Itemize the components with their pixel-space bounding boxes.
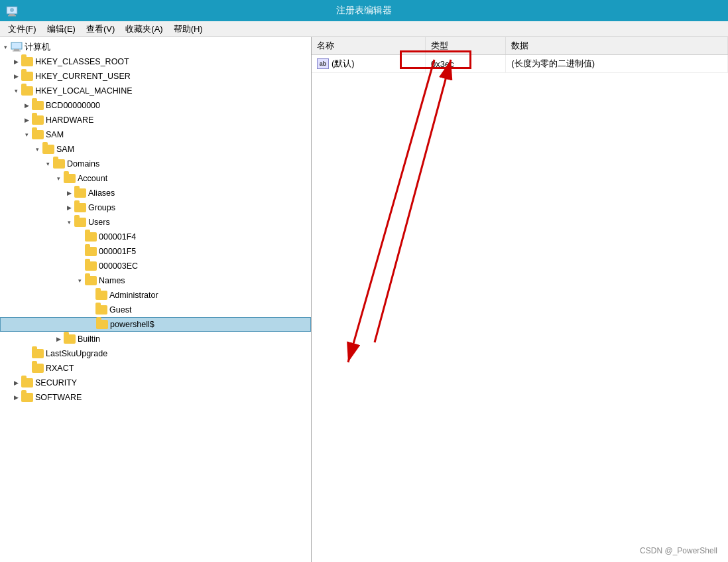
menu-file[interactable]: 文件(F) — [3, 22, 42, 36]
folder-icon-lastsku — [32, 349, 44, 358]
tree-label-domains: Domains — [67, 159, 99, 169]
expander-aliases[interactable]: ▶ — [64, 186, 74, 200]
cell-name: ab (默认) — [312, 55, 426, 73]
tree-item-names[interactable]: ▾ Names — [0, 273, 311, 288]
tree-item-sam2[interactable]: ▾ SAM — [0, 142, 311, 157]
expander-domains[interactable]: ▾ — [42, 157, 53, 171]
tree-item-domains[interactable]: ▾ Domains — [0, 157, 311, 171]
details-table: 名称 类型 数据 ab (默认) 0x3ec (长度为零的二进制值) — [312, 37, 728, 73]
tree-item-administrator[interactable]: ▶ Administrator — [0, 288, 311, 303]
title-bar-icon — [5, 4, 19, 17]
tree-label-hkcu: HKEY_CURRENT_USER — [35, 72, 131, 81]
expander-sam[interactable]: ▾ — [21, 127, 32, 142]
tree-item-user3[interactable]: ▶ 000003EC — [0, 259, 311, 273]
folder-icon-bcd — [32, 101, 44, 110]
computer-icon — [11, 42, 23, 52]
tree-label-account: Account — [78, 174, 107, 183]
expander-software[interactable]: ▶ — [11, 390, 21, 405]
folder-icon-hkcu — [21, 72, 33, 81]
tree-item-users[interactable]: ▾ Users — [0, 215, 311, 230]
tree-label-names: Names — [99, 276, 125, 285]
watermark: CSDN @_PowerShell — [640, 546, 717, 555]
tree-item-hkcu[interactable]: ▶ HKEY_CURRENT_USER — [0, 69, 311, 84]
tree-label-groups: Groups — [88, 203, 115, 212]
tree-item-groups[interactable]: ▶ Groups — [0, 200, 311, 215]
expander-computer[interactable]: ▾ — [0, 40, 11, 54]
tree-label-admin: Administrator — [109, 291, 158, 300]
tree-label-user2: 000001F5 — [99, 247, 136, 256]
tree-item-lastsku[interactable]: ▶ LastSkuUpgrade — [0, 346, 311, 361]
menu-edit[interactable]: 编辑(E) — [42, 22, 81, 36]
menu-bar: 文件(F) 编辑(E) 查看(V) 收藏夹(A) 帮助(H) — [0, 21, 728, 37]
expander-builtin[interactable]: ▶ — [53, 332, 64, 346]
tree-item-hardware[interactable]: ▶ HARDWARE — [0, 113, 311, 127]
menu-favorites[interactable]: 收藏夹(A) — [120, 22, 168, 36]
tree-item-sam[interactable]: ▾ SAM — [0, 127, 311, 142]
table-row[interactable]: ab (默认) 0x3ec (长度为零的二进制值) — [312, 55, 728, 73]
expander-account[interactable]: ▾ — [53, 171, 64, 186]
folder-icon-guest — [95, 305, 107, 315]
tree-item-account[interactable]: ▾ Account — [0, 171, 311, 186]
tree-label-guest: Guest — [109, 305, 131, 315]
folder-icon-domains — [53, 159, 65, 169]
expander-hkcu[interactable]: ▶ — [11, 69, 21, 84]
tree-item-security[interactable]: ▶ SECURITY — [0, 376, 311, 390]
expander-bcd[interactable]: ▶ — [21, 98, 32, 113]
expander-security[interactable]: ▶ — [11, 376, 21, 390]
folder-icon-account — [64, 174, 76, 183]
tree-item-bcd[interactable]: ▶ BCD00000000 — [0, 98, 311, 113]
tree-item-user1[interactable]: ▶ 000001F4 — [0, 230, 311, 244]
col-data: 数据 — [506, 37, 728, 55]
svg-line-8 — [348, 60, 434, 362]
details-pane: 名称 类型 数据 ab (默认) 0x3ec (长度为零的二进制值) — [312, 37, 728, 562]
tree-label-powershell: powershell$ — [110, 320, 154, 329]
expander-names[interactable]: ▾ — [74, 273, 85, 288]
reg-type-icon: ab — [317, 58, 329, 69]
tree-label-bcd: BCD00000000 — [46, 101, 100, 110]
tree-label-aliases: Aliases — [88, 188, 115, 198]
col-type: 类型 — [426, 37, 506, 55]
expander-hardware[interactable]: ▶ — [21, 113, 32, 127]
expander-hkcr[interactable]: ▶ — [11, 54, 21, 69]
folder-icon-hardware — [32, 115, 44, 125]
tree-item-user2[interactable]: ▶ 000001F5 — [0, 244, 311, 259]
tree-label-software: SOFTWARE — [35, 393, 82, 402]
tree-item-computer[interactable]: ▾ 计算机 — [0, 40, 311, 54]
tree-item-software[interactable]: ▶ SOFTWARE — [0, 390, 311, 405]
tree-item-rxact[interactable]: ▶ RXACT — [0, 361, 311, 376]
folder-icon-groups — [74, 203, 86, 212]
svg-rect-6 — [13, 50, 21, 52]
tree-label-hardware: HARDWARE — [46, 115, 93, 125]
title-text: 注册表编辑器 — [336, 5, 392, 17]
tree-pane[interactable]: ▾ 计算机 ▶ HKEY_CLASSES_ROOT ▶ HKEY_CURRENT… — [0, 37, 312, 562]
annotation-arrows — [312, 37, 728, 562]
tree-label-security: SECURITY — [35, 378, 77, 387]
folder-icon-user2 — [85, 247, 97, 256]
expander-groups[interactable]: ▶ — [64, 200, 74, 215]
tree-item-guest[interactable]: ▶ Guest — [0, 303, 311, 317]
tree-item-aliases[interactable]: ▶ Aliases — [0, 186, 311, 200]
folder-icon-builtin — [64, 334, 76, 344]
tree-label-users: Users — [88, 218, 110, 227]
tree-item-builtin[interactable]: ▶ Builtin — [0, 332, 311, 346]
menu-help[interactable]: 帮助(H) — [168, 22, 208, 36]
tree-label-user1: 000001F4 — [99, 232, 136, 242]
tree-label-sam2: SAM — [56, 145, 74, 154]
expander-users[interactable]: ▾ — [64, 215, 74, 230]
svg-rect-1 — [9, 14, 15, 15]
folder-icon-admin — [95, 291, 107, 300]
tree-item-powershell[interactable]: ▶ powershell$ — [0, 317, 311, 332]
folder-icon-sam — [32, 130, 44, 139]
cell-data: (长度为零的二进制值) — [506, 55, 728, 73]
menu-view[interactable]: 查看(V) — [81, 22, 120, 36]
tree-label-hklm: HKEY_LOCAL_MACHINE — [35, 86, 133, 96]
folder-icon-hkcr — [21, 57, 33, 66]
tree-item-hklm[interactable]: ▾ HKEY_LOCAL_MACHINE — [0, 84, 311, 98]
expander-hklm[interactable]: ▾ — [11, 84, 21, 98]
svg-rect-4 — [11, 42, 22, 49]
tree-item-hkcr[interactable]: ▶ HKEY_CLASSES_ROOT — [0, 54, 311, 69]
expander-sam2[interactable]: ▾ — [32, 142, 42, 157]
folder-icon-software — [21, 393, 33, 402]
folder-icon-security — [21, 378, 33, 387]
svg-point-3 — [10, 8, 14, 12]
